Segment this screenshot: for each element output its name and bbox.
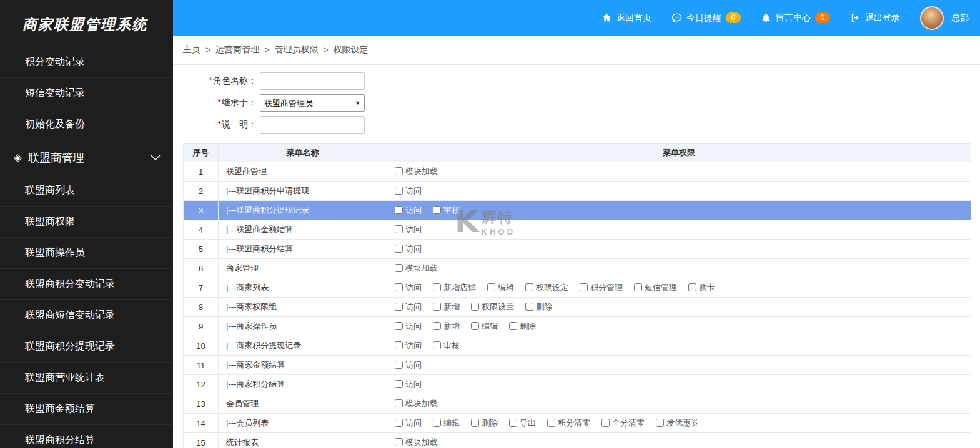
user-avatar[interactable] (920, 6, 944, 30)
permission-checkbox[interactable] (395, 303, 403, 311)
permission-option[interactable]: 新增店铺 (433, 282, 476, 293)
permission-option[interactable]: 编辑 (487, 282, 514, 293)
logout-button[interactable]: 退出登录 (850, 12, 900, 24)
permission-option[interactable]: 删除 (525, 301, 552, 313)
permission-option[interactable]: 访问 (395, 243, 422, 255)
permission-checkbox[interactable] (395, 187, 403, 195)
message-center-button[interactable]: 留言中心 0 (761, 12, 830, 24)
table-row[interactable]: 8|---商家权限组访问新增权限设置删除 (184, 298, 971, 317)
breadcrumb-item[interactable]: 权限设定 (334, 44, 369, 56)
table-row[interactable]: 4|---联盟商金额结算访问 (184, 220, 971, 240)
home-button[interactable]: 返回首页 (601, 12, 651, 24)
table-row[interactable]: 11|---商家金额结算访问 (184, 356, 971, 375)
permission-checkbox[interactable] (395, 225, 403, 233)
inherit-select[interactable]: 联盟商管理员 (260, 94, 365, 112)
permission-checkbox[interactable] (395, 361, 403, 369)
table-row[interactable]: 9|---商家操作员访问新增编辑删除 (184, 317, 971, 336)
permission-checkbox[interactable] (509, 419, 517, 427)
permission-option[interactable]: 新增 (433, 321, 460, 332)
permission-checkbox[interactable] (509, 322, 517, 330)
sidebar-item[interactable]: 联盟商短信变动记录 (0, 300, 173, 331)
permission-checkbox[interactable] (433, 322, 441, 330)
permission-option[interactable]: 访问 (395, 321, 422, 332)
table-row[interactable]: 10|---商家积分提现记录访问审核 (184, 336, 971, 356)
permission-checkbox[interactable] (395, 419, 403, 427)
user-name[interactable]: 总部 (951, 12, 969, 24)
sidebar-item[interactable]: 联盟商积分结算 (0, 425, 173, 448)
permission-checkbox[interactable] (433, 341, 441, 349)
table-row[interactable]: 14|---会员列表访问编辑删除导出积分清零全分清零发优惠券 (184, 414, 971, 433)
table-row[interactable]: 7|---商家列表访问新增店铺编辑权限设定积分管理短信管理购卡 (184, 278, 971, 298)
permission-option[interactable]: 访问 (395, 301, 422, 313)
table-row[interactable]: 15统计报表模块加载 (184, 433, 971, 448)
permission-option[interactable]: 删除 (509, 321, 536, 332)
table-row[interactable]: 6商家管理模块加载 (184, 259, 971, 278)
permission-checkbox[interactable] (395, 206, 403, 214)
permission-option[interactable]: 发优惠券 (656, 417, 699, 429)
table-row[interactable]: 3|---联盟商积分提现记录访问审核 (184, 201, 971, 220)
permission-option[interactable]: 编辑 (433, 417, 460, 429)
permission-checkbox[interactable] (547, 419, 555, 427)
permission-checkbox[interactable] (395, 438, 403, 446)
permission-option[interactable]: 积分清零 (547, 417, 590, 429)
sidebar-item[interactable]: 联盟商营业统计表 (0, 363, 173, 394)
permission-checkbox[interactable] (525, 303, 533, 311)
permission-option[interactable]: 购卡 (688, 282, 715, 293)
table-row[interactable]: 5|---联盟商积分结算访问 (184, 240, 971, 259)
breadcrumb-item[interactable]: 运营商管理 (215, 44, 259, 56)
permission-option[interactable]: 新增 (433, 301, 460, 313)
permission-option[interactable]: 权限设置 (471, 301, 514, 313)
sidebar-item[interactable]: 联盟商操作员 (0, 238, 173, 269)
permission-option[interactable]: 访问 (395, 224, 422, 235)
sidebar-item[interactable]: 积分变动记录 (0, 47, 173, 78)
permission-option[interactable]: 访问 (395, 282, 422, 293)
permission-checkbox[interactable] (433, 283, 441, 291)
breadcrumb-item[interactable]: 主页 (183, 44, 200, 56)
permission-option[interactable]: 导出 (509, 417, 536, 429)
permission-option[interactable]: 全分清零 (601, 417, 645, 429)
permission-option[interactable]: 权限设定 (525, 282, 568, 293)
permission-checkbox[interactable] (395, 322, 403, 330)
role-name-input[interactable] (260, 72, 365, 90)
permission-checkbox[interactable] (601, 419, 610, 427)
permission-option[interactable]: 审核 (433, 205, 460, 216)
permission-checkbox[interactable] (580, 283, 588, 291)
permission-option[interactable]: 审核 (433, 340, 460, 351)
table-row[interactable]: 13会员管理模块加载 (184, 394, 971, 414)
permission-checkbox[interactable] (471, 303, 479, 311)
permission-checkbox[interactable] (634, 283, 642, 291)
permission-option[interactable]: 编辑 (471, 321, 498, 332)
permission-option[interactable]: 模块加载 (395, 263, 438, 274)
permission-option[interactable]: 模块加载 (395, 166, 438, 177)
permission-checkbox[interactable] (395, 380, 403, 388)
permission-option[interactable]: 访问 (395, 340, 422, 351)
permission-option[interactable]: 访问 (395, 359, 422, 371)
permission-option[interactable]: 访问 (395, 185, 422, 197)
permission-checkbox[interactable] (395, 167, 403, 175)
table-row[interactable]: 12|---商家积分结算访问 (184, 375, 971, 394)
permission-checkbox[interactable] (471, 322, 479, 330)
sidebar-item[interactable]: 初始化及备份 (0, 109, 173, 140)
sidebar-item[interactable]: 联盟商列表 (0, 175, 173, 207)
sidebar-item[interactable]: 短信变动记录 (0, 78, 173, 109)
sidebar-item[interactable]: 联盟商权限 (0, 207, 173, 238)
permission-option[interactable]: 积分管理 (580, 282, 623, 293)
description-input[interactable] (260, 116, 365, 134)
sidebar-item[interactable]: 联盟商积分提现记录 (0, 331, 173, 363)
breadcrumb-item[interactable]: 管理员权限 (274, 44, 318, 56)
permission-checkbox[interactable] (688, 283, 696, 291)
permission-option[interactable]: 短信管理 (634, 282, 677, 293)
permission-option[interactable]: 访问 (395, 379, 422, 390)
table-row[interactable]: 2|---联盟商积分申请提现访问 (184, 182, 971, 201)
permission-option[interactable]: 删除 (471, 417, 498, 429)
permission-option[interactable]: 访问 (395, 417, 422, 429)
permission-checkbox[interactable] (433, 419, 441, 427)
permission-checkbox[interactable] (395, 399, 403, 407)
table-row[interactable]: 1联盟商管理模块加载 (184, 162, 971, 182)
permission-option[interactable]: 模块加载 (395, 398, 438, 409)
permission-checkbox[interactable] (433, 206, 441, 214)
permission-checkbox[interactable] (433, 303, 441, 311)
sidebar-item[interactable]: 联盟商积分变动记录 (0, 269, 173, 300)
permission-option[interactable]: 访问 (395, 205, 422, 216)
sidebar-group-item[interactable]: ◈联盟商管理 (0, 140, 173, 175)
